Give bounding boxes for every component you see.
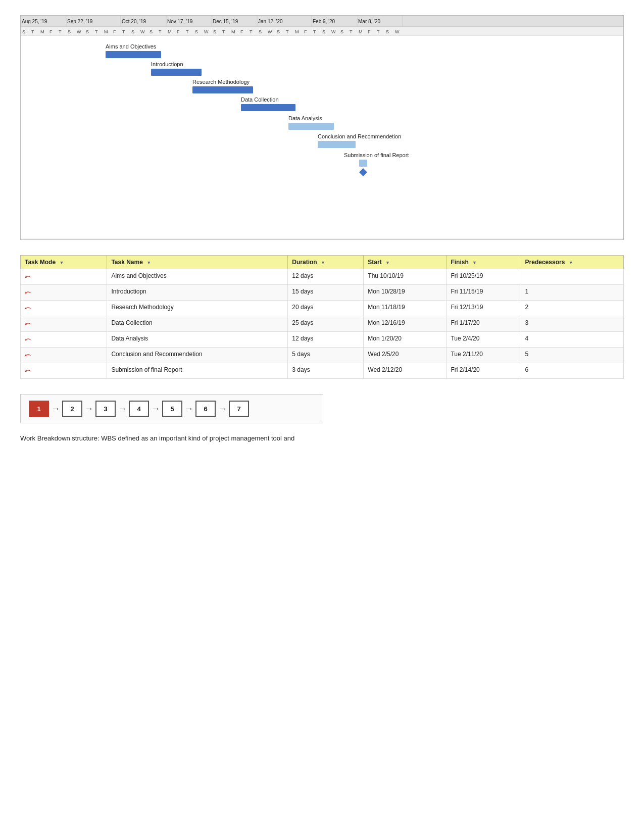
month-label-8: Mar 8, '20 xyxy=(358,19,381,24)
cell-start-0: Thu 10/10/19 xyxy=(364,269,447,285)
wbs-arrow-1: → xyxy=(51,404,60,414)
wbs-arrow-5: → xyxy=(184,404,193,414)
task-mode-icon-2: ⤺ xyxy=(25,304,31,313)
cell-finish-0: Fri 10/25/19 xyxy=(447,269,521,285)
cell-name-6: Submission of final Report xyxy=(107,363,288,379)
col-header-finish[interactable]: Finish ▼ xyxy=(447,256,521,269)
task-label-1: Aims and Objectives xyxy=(106,43,157,50)
task-label-4: Data Collection xyxy=(241,96,279,103)
cell-mode-2: ⤺ xyxy=(21,301,107,316)
table-row: ⤺ Research Methodology 20 days Mon 11/18… xyxy=(21,301,624,316)
month-label-6: Jan 12, '20 xyxy=(258,19,283,24)
wbs-box-1: 1 xyxy=(29,401,49,417)
day-s7: S xyxy=(213,29,216,34)
cell-mode-5: ⤺ xyxy=(21,348,107,363)
wbs-arrow-4: → xyxy=(151,404,160,414)
day-m3: M xyxy=(168,29,172,34)
cell-predecessors-3: 3 xyxy=(521,316,623,332)
cell-name-0: Aims and Objectives xyxy=(107,269,288,285)
cell-name-1: Introductiopn xyxy=(107,285,288,301)
gantt-svg: Aug 25, '19 Sep 22, '19 Oct 20, '19 Nov … xyxy=(21,16,624,238)
cell-duration-6: 3 days xyxy=(288,363,364,379)
task-bar-1 xyxy=(106,51,161,58)
cell-name-3: Data Collection xyxy=(107,316,288,332)
day-s11: S xyxy=(340,29,343,34)
task-mode-icon-5: ⤺ xyxy=(25,351,31,360)
task-label-7: Submission of final Report xyxy=(344,152,409,158)
cell-mode-0: ⤺ xyxy=(21,269,107,285)
day-m5: M xyxy=(295,29,299,34)
task-label-2: Introductiopn xyxy=(151,61,183,67)
sort-name-icon[interactable]: ▼ xyxy=(146,260,151,265)
cell-finish-6: Fri 2/14/20 xyxy=(447,363,521,379)
col-start-label: Start xyxy=(368,259,381,266)
day-s9: S xyxy=(277,29,280,34)
sort-mode-icon[interactable]: ▼ xyxy=(59,260,64,265)
task-bar-4 xyxy=(241,104,295,111)
wbs-arrow-6: → xyxy=(218,404,227,414)
cell-name-5: Conclusion and Recommendetion xyxy=(107,348,288,363)
task-bar-2 xyxy=(151,69,202,76)
cell-name-2: Research Methodology xyxy=(107,301,288,316)
day-s5: S xyxy=(150,29,153,34)
cell-duration-5: 5 days xyxy=(288,348,364,363)
wbs-box-5: 5 xyxy=(162,401,182,417)
table-row: ⤺ Submission of final Report 3 days Wed … xyxy=(21,363,624,379)
col-mode-label: Task Mode xyxy=(25,259,56,266)
day-t3: T xyxy=(95,29,98,34)
day-t12: T xyxy=(377,29,380,34)
day-w3: W xyxy=(204,29,209,34)
day-t9: T xyxy=(286,29,289,34)
month-label-5: Dec 15, '19 xyxy=(213,19,238,24)
day-f4: F xyxy=(240,29,243,34)
day-w5: W xyxy=(331,29,336,34)
cell-finish-5: Tue 2/11/20 xyxy=(447,348,521,363)
cell-duration-0: 12 days xyxy=(288,269,364,285)
cell-start-2: Mon 11/18/19 xyxy=(364,301,447,316)
cell-predecessors-6: 6 xyxy=(521,363,623,379)
day-t5: T xyxy=(159,29,162,34)
task-bar-7 xyxy=(359,160,367,167)
sort-start-icon[interactable]: ▼ xyxy=(385,260,390,265)
task-label-5: Data Analysis xyxy=(288,115,322,121)
description-text: Work Breakdown structure: WBS defined as… xyxy=(20,433,624,444)
day-t10: T xyxy=(313,29,316,34)
wbs-diagram: 1→2→3→4→5→6→7 xyxy=(20,394,323,423)
cell-start-6: Wed 2/12/20 xyxy=(364,363,447,379)
day-s8: S xyxy=(259,29,262,34)
day-s6: S xyxy=(195,29,198,34)
day-m1: M xyxy=(40,29,44,34)
task-label-6: Conclusion and Recommendetion xyxy=(318,133,401,139)
sort-finish-icon[interactable]: ▼ xyxy=(472,260,477,265)
col-header-duration[interactable]: Duration ▼ xyxy=(288,256,364,269)
day-f1: F xyxy=(49,29,53,34)
col-finish-label: Finish xyxy=(451,259,468,266)
wbs-box-7: 7 xyxy=(229,401,249,417)
col-header-predecessors[interactable]: Predecessors ▼ xyxy=(521,256,623,269)
table-row: ⤺ Data Collection 25 days Mon 12/16/19 F… xyxy=(21,316,624,332)
cell-duration-3: 25 days xyxy=(288,316,364,332)
task-label-3: Research Methodology xyxy=(192,79,250,85)
col-header-name[interactable]: Task Name ▼ xyxy=(107,256,288,269)
wbs-arrow-3: → xyxy=(118,404,127,414)
day-f3: F xyxy=(177,29,180,34)
cell-mode-1: ⤺ xyxy=(21,285,107,301)
sort-predecessors-icon[interactable]: ▼ xyxy=(569,260,573,265)
day-s3: S xyxy=(86,29,89,34)
task-table: Task Mode ▼ Task Name ▼ Duration ▼ Start… xyxy=(20,255,624,379)
task-mode-icon-6: ⤺ xyxy=(25,366,31,375)
month-label-3: Oct 20, '19 xyxy=(122,19,146,24)
cell-finish-1: Fri 11/15/19 xyxy=(447,285,521,301)
cell-finish-3: Fri 1/17/20 xyxy=(447,316,521,332)
col-header-mode[interactable]: Task Mode ▼ xyxy=(21,256,107,269)
sort-duration-icon[interactable]: ▼ xyxy=(321,260,325,265)
day-m2: M xyxy=(104,29,108,34)
day-t1: T xyxy=(31,29,34,34)
day-f5: F xyxy=(304,29,307,34)
cell-start-5: Wed 2/5/20 xyxy=(364,348,447,363)
table-row: ⤺ Introductiopn 15 days Mon 10/28/19 Fri… xyxy=(21,285,624,301)
col-header-start[interactable]: Start ▼ xyxy=(364,256,447,269)
table-row: ⤺ Conclusion and Recommendetion 5 days W… xyxy=(21,348,624,363)
day-f2: F xyxy=(113,29,116,34)
task-bar-5 xyxy=(288,123,334,130)
